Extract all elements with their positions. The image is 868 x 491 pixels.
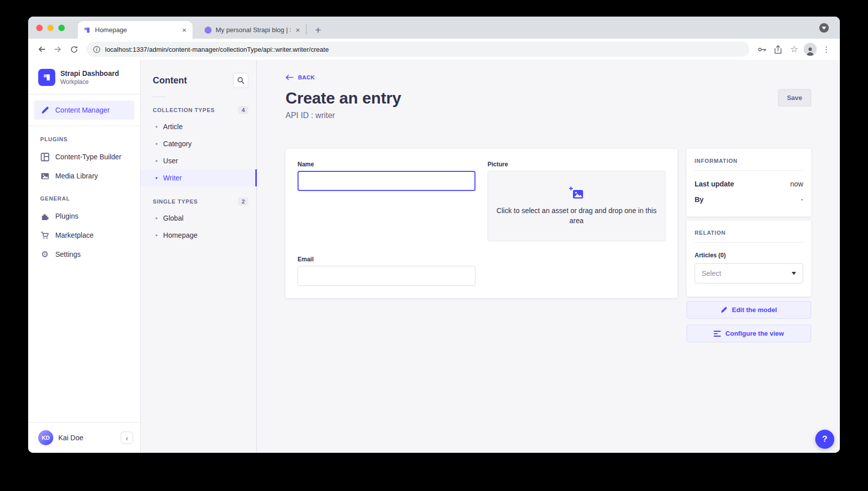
group-single-types: SINGLE TYPES 2 • Global • Homepage bbox=[141, 193, 256, 244]
sidebar-section-general: GENERAL bbox=[28, 185, 140, 207]
group-label: SINGLE TYPES bbox=[153, 199, 198, 205]
articles-select[interactable]: Select bbox=[695, 263, 803, 283]
url-bar[interactable]: localhost:1337/admin/content-manager/col… bbox=[86, 42, 749, 57]
close-window-button[interactable] bbox=[36, 25, 43, 31]
subnav-header: Content bbox=[141, 73, 256, 88]
sidebar-item-content-type-builder[interactable]: Content-Type Builder bbox=[28, 147, 140, 166]
tab-strapi-blog[interactable]: My personal Strapi blog | Strap × bbox=[200, 21, 306, 39]
configure-view-label: Configure the view bbox=[725, 330, 784, 337]
search-icon bbox=[237, 77, 244, 84]
minimize-window-button[interactable] bbox=[47, 25, 54, 31]
tab-title: My personal Strapi blog | Strap bbox=[216, 26, 291, 34]
sidebar-item-settings[interactable]: ⚙ Settings bbox=[28, 245, 140, 264]
name-input[interactable] bbox=[298, 171, 475, 191]
tab-search-button[interactable] bbox=[819, 23, 829, 33]
information-title: INFORMATION bbox=[695, 158, 803, 164]
info-value: now bbox=[790, 180, 803, 188]
picture-dropzone[interactable]: Click to select an asset or drag and dro… bbox=[488, 171, 665, 241]
browser-profile-avatar[interactable] bbox=[804, 43, 817, 56]
key-icon bbox=[757, 45, 767, 54]
brand-text: Strapi Dashboard Workplace bbox=[60, 69, 119, 85]
bullet-icon: • bbox=[155, 158, 158, 164]
bullet-icon: • bbox=[155, 124, 158, 130]
tab-close-icon[interactable]: × bbox=[181, 25, 187, 35]
group-label: COLLECTION TYPES bbox=[153, 107, 215, 113]
tab-separator bbox=[306, 24, 307, 34]
subnav-item-writer[interactable]: • Writer bbox=[141, 169, 256, 186]
url-text: localhost:1337/admin/content-manager/col… bbox=[105, 46, 329, 53]
subnav-item-category[interactable]: • Category bbox=[141, 135, 256, 152]
bullet-icon: • bbox=[155, 215, 158, 222]
bullet-icon: • bbox=[155, 232, 158, 239]
tab-close-icon[interactable]: × bbox=[295, 25, 301, 35]
password-key-button[interactable] bbox=[754, 42, 769, 57]
bullet-icon: • bbox=[155, 175, 158, 181]
relation-title: RELATION bbox=[695, 230, 803, 236]
main-sidebar: Strapi Dashboard Workplace Content Manag… bbox=[28, 60, 141, 453]
pen-icon bbox=[40, 106, 49, 115]
sidebar-item-media-library[interactable]: Media Library bbox=[28, 166, 140, 185]
subnav-divider bbox=[153, 96, 165, 97]
forward-arrow-icon bbox=[53, 45, 62, 54]
select-placeholder: Select bbox=[702, 269, 721, 277]
share-icon bbox=[774, 45, 783, 54]
share-button[interactable] bbox=[770, 42, 786, 57]
blog-favicon-icon bbox=[205, 27, 212, 34]
sidebar-item-label: Marketplace bbox=[55, 231, 93, 239]
info-label: By bbox=[695, 195, 704, 204]
email-field: Email bbox=[298, 256, 475, 286]
sidebar-item-content-manager[interactable]: Content Manager bbox=[34, 101, 134, 120]
avatar: KD bbox=[38, 430, 53, 445]
help-button[interactable]: ? bbox=[815, 430, 834, 449]
sidebar-item-label: Settings bbox=[55, 250, 81, 258]
subnav-item-global[interactable]: • Global bbox=[141, 210, 256, 227]
back-label: BACK bbox=[298, 74, 315, 80]
email-input[interactable] bbox=[298, 266, 475, 286]
form-grid: Name Picture bbox=[298, 161, 665, 286]
subnav-item-label: Writer bbox=[163, 174, 182, 182]
browser-menu-button[interactable]: ⋮ bbox=[819, 42, 834, 57]
bookmark-star-button[interactable]: ☆ bbox=[787, 42, 802, 57]
strapi-logo-icon bbox=[38, 69, 55, 86]
save-button[interactable]: Save bbox=[778, 89, 811, 107]
info-row-last-update: Last update now bbox=[695, 180, 803, 188]
strapi-favicon-icon bbox=[83, 26, 91, 34]
page-info-icon bbox=[93, 46, 101, 53]
tab-homepage[interactable]: Homepage × bbox=[78, 21, 192, 39]
subnav-item-user[interactable]: • User bbox=[141, 152, 256, 169]
search-button[interactable] bbox=[233, 73, 248, 88]
entry-form-card: Name Picture bbox=[285, 149, 678, 298]
count-badge: 4 bbox=[238, 106, 248, 114]
add-image-icon bbox=[569, 186, 584, 200]
info-row-by: By - bbox=[695, 195, 803, 204]
back-arrow-icon bbox=[285, 74, 294, 80]
back-button[interactable] bbox=[34, 42, 49, 57]
collapse-sidebar-button[interactable]: ‹ bbox=[121, 432, 133, 444]
information-card: INFORMATION Last update now By - bbox=[687, 149, 811, 217]
group-collection-types: COLLECTION TYPES 4 • Article • Category … bbox=[141, 102, 256, 186]
subnav-item-article[interactable]: • Article bbox=[141, 118, 256, 135]
configure-view-button[interactable]: Configure the view bbox=[687, 325, 811, 342]
relation-card: RELATION Articles (0) Select bbox=[687, 221, 811, 297]
brand-title: Strapi Dashboard bbox=[60, 69, 119, 78]
subnav-item-homepage[interactable]: • Homepage bbox=[141, 227, 256, 244]
group-header[interactable]: COLLECTION TYPES 4 bbox=[141, 102, 256, 118]
back-link[interactable]: BACK bbox=[285, 74, 315, 80]
person-icon bbox=[805, 46, 815, 56]
sidebar-item-plugins[interactable]: Plugins bbox=[28, 207, 140, 226]
brand[interactable]: Strapi Dashboard Workplace bbox=[28, 60, 140, 94]
dropzone-hint: Click to select an asset or drag and dro… bbox=[494, 206, 659, 226]
name-label: Name bbox=[298, 161, 475, 168]
sidebar-section-plugins: PLUGINS bbox=[28, 126, 140, 147]
reload-icon bbox=[70, 45, 78, 54]
pencil-icon bbox=[721, 307, 727, 313]
forward-button[interactable] bbox=[50, 42, 65, 57]
edit-model-button[interactable]: Edit the model bbox=[687, 301, 811, 319]
new-tab-button[interactable]: + bbox=[311, 23, 326, 38]
group-header[interactable]: SINGLE TYPES 2 bbox=[141, 193, 256, 210]
sidebar-item-marketplace[interactable]: Marketplace bbox=[28, 226, 140, 245]
zoom-window-button[interactable] bbox=[58, 25, 65, 31]
tab-title: Homepage bbox=[95, 26, 177, 34]
reload-button[interactable] bbox=[66, 42, 81, 57]
brand-subtitle: Workplace bbox=[60, 78, 119, 85]
